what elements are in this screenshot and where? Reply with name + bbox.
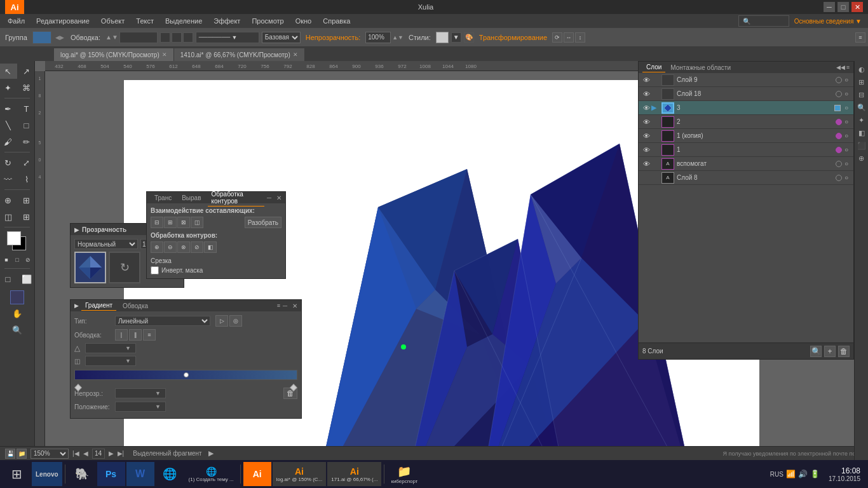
- contour-btn-4[interactable]: ⊘: [191, 241, 203, 253]
- gradient-type-select[interactable]: Линейный: [115, 316, 210, 326]
- foreground-color-swatch[interactable]: [7, 231, 21, 245]
- layers-panel-options[interactable]: ≡: [846, 64, 850, 71]
- fill-mode-btn[interactable]: ■: [1, 255, 11, 264]
- pathfinder-tab-align[interactable]: Вырав: [178, 193, 205, 203]
- contour-btn-5[interactable]: ◧: [204, 241, 217, 253]
- menu-view[interactable]: Просмотр: [247, 16, 288, 26]
- layers-tab[interactable]: Слои: [642, 62, 665, 72]
- pathfinder-close[interactable]: ✕: [276, 194, 281, 201]
- taskbar-folder-btn[interactable]: 📁 киберспорт: [387, 462, 421, 486]
- nav-nextpage[interactable]: ▶: [109, 450, 114, 457]
- contour-btn-2[interactable]: ⊖: [164, 241, 177, 253]
- right-strip-btn-3[interactable]: ⊟: [856, 89, 867, 100]
- opacity-input[interactable]: [365, 32, 391, 43]
- pathfinder-tab-pathfinder[interactable]: Обработка контуров: [208, 189, 264, 207]
- none-mode-btn[interactable]: ⊘: [23, 255, 33, 264]
- color-picker-btn[interactable]: 🎨: [464, 32, 474, 43]
- layer-row-18[interactable]: 👁 Слой 18 ○: [639, 87, 853, 101]
- align-btn-3[interactable]: ⊠: [177, 217, 190, 228]
- pencil-tool[interactable]: ✏: [18, 134, 36, 149]
- angle-value[interactable]: [87, 345, 125, 352]
- active-layer-indicator[interactable]: [10, 290, 24, 304]
- stroke-mode-btn[interactable]: □: [12, 255, 22, 264]
- taskbar-ai-171-btn[interactable]: Ai 171.ai @ 66,67% (...: [327, 462, 381, 486]
- screen-mode-btn[interactable]: □: [0, 271, 17, 287]
- nav-next[interactable]: ▶|: [118, 450, 125, 457]
- layer-row-8[interactable]: 👁 A Слой 8 ○: [639, 171, 853, 185]
- stroke-align-3[interactable]: ≡: [143, 329, 156, 341]
- rotate-tool[interactable]: ↻: [0, 155, 17, 170]
- layers-panel-expand[interactable]: ◀◀: [836, 64, 845, 71]
- layers-search-btn[interactable]: 🔍: [810, 346, 822, 357]
- stroke-input[interactable]: [119, 32, 158, 43]
- layer-row-2[interactable]: 👁 2 ○: [639, 115, 853, 129]
- pathfinder-panel-header[interactable]: Транс Вырав Обработка контуров ─ ✕: [147, 192, 285, 203]
- taskbar-word-btn[interactable]: W: [126, 462, 154, 486]
- zoom-select[interactable]: 150%: [31, 449, 69, 459]
- tab-1[interactable]: 1410.ai* @ 66,67% (СМYK/Просмотр) ✕: [174, 48, 305, 61]
- menu-select[interactable]: Выделение: [160, 16, 207, 26]
- layer-eye-8[interactable]: 👁: [641, 174, 651, 182]
- menu-help[interactable]: Справка: [318, 16, 355, 26]
- pen-tool[interactable]: ✒: [0, 101, 17, 116]
- transform-btn-2[interactable]: ↔: [564, 32, 574, 43]
- layer-eye-1copy[interactable]: 👁: [641, 132, 651, 140]
- layer-eye-2[interactable]: 👁: [641, 118, 651, 126]
- magic-wand-tool[interactable]: ✦: [0, 80, 17, 95]
- tab-close-1[interactable]: ✕: [293, 51, 298, 58]
- artboards-tab[interactable]: Монтажные области: [667, 63, 735, 72]
- layer-name-1copy[interactable]: 1 (копия): [675, 132, 836, 139]
- close-button[interactable]: ✕: [851, 2, 863, 12]
- menu-edit[interactable]: Редактирование: [31, 16, 95, 26]
- line-tool[interactable]: ╲: [0, 118, 17, 133]
- stroke-style-3[interactable]: [183, 32, 193, 43]
- layer-name-3[interactable]: 3: [675, 104, 833, 111]
- stroke-ends-select[interactable]: Базовая: [262, 32, 301, 43]
- right-strip-btn-8[interactable]: ⊕: [856, 152, 867, 164]
- gradient-minimize[interactable]: ─: [283, 302, 287, 309]
- gradient-radial-btn[interactable]: ◎: [229, 315, 242, 327]
- angle-input[interactable]: ▼: [85, 343, 136, 353]
- transform-btn-1[interactable]: ⟳: [552, 32, 562, 43]
- nav-prevpage[interactable]: ◀: [83, 450, 88, 457]
- layer-eye-aux[interactable]: 👁: [641, 160, 651, 168]
- taskbar-windows-btn[interactable]: ⊞: [3, 462, 31, 486]
- hand-tool[interactable]: ✋: [8, 306, 26, 321]
- pathfinder-tab-transform[interactable]: Транс: [151, 193, 175, 203]
- right-strip-btn-2[interactable]: ⊞: [856, 76, 867, 88]
- lasso-tool[interactable]: ⌘: [18, 80, 36, 95]
- gradient-tab[interactable]: Градиент: [81, 301, 116, 311]
- gradient-close[interactable]: ✕: [292, 302, 297, 309]
- status-play-btn[interactable]: ▶: [208, 449, 214, 458]
- new-layer-btn[interactable]: +: [824, 346, 836, 357]
- mask-thumbnail[interactable]: ↻: [109, 252, 140, 283]
- maximize-button[interactable]: □: [837, 2, 849, 12]
- contour-btn-1[interactable]: ⊕: [151, 241, 163, 253]
- transparency-mode-select[interactable]: Нормальный: [74, 239, 138, 249]
- layer-row-9[interactable]: 👁 Слой 9 ○: [639, 73, 853, 87]
- taskbar-evernote-btn[interactable]: 🐘: [68, 462, 96, 486]
- break-btn[interactable]: Разобрать: [245, 217, 281, 228]
- align-btn-4[interactable]: ◫: [191, 217, 203, 228]
- gradient-tool[interactable]: ◫: [0, 209, 17, 224]
- aspect-value[interactable]: [87, 358, 125, 365]
- layer-name-8[interactable]: Слой 8: [675, 174, 836, 181]
- pathfinder-minimize[interactable]: ─: [267, 194, 271, 201]
- fill-color-btn[interactable]: [32, 31, 51, 44]
- menu-effect[interactable]: Эффект: [208, 16, 245, 26]
- right-strip-btn-5[interactable]: ✦: [856, 114, 867, 126]
- stroke-align-1[interactable]: |: [115, 329, 128, 341]
- delete-layer-btn[interactable]: 🗑: [838, 346, 850, 357]
- gradient-options[interactable]: ≡: [277, 302, 280, 309]
- layer-row-3[interactable]: 👁 ▶ 3 ○: [639, 101, 853, 115]
- right-strip-btn-1[interactable]: ◐: [856, 64, 867, 75]
- minimize-button[interactable]: ─: [824, 2, 835, 12]
- layer-name-18[interactable]: Слой 18: [675, 90, 836, 97]
- contour-btn-3[interactable]: ⊗: [177, 241, 190, 253]
- full-screen-btn[interactable]: ⬜: [18, 271, 36, 287]
- workspace-selector[interactable]: Основные сведения ▼: [790, 18, 865, 25]
- gradient-bar[interactable]: [74, 370, 297, 380]
- layer-name-aux[interactable]: вспомогат: [675, 160, 836, 167]
- zoom-tool[interactable]: 🔍: [8, 322, 26, 337]
- gradient-position-input[interactable]: [117, 403, 155, 410]
